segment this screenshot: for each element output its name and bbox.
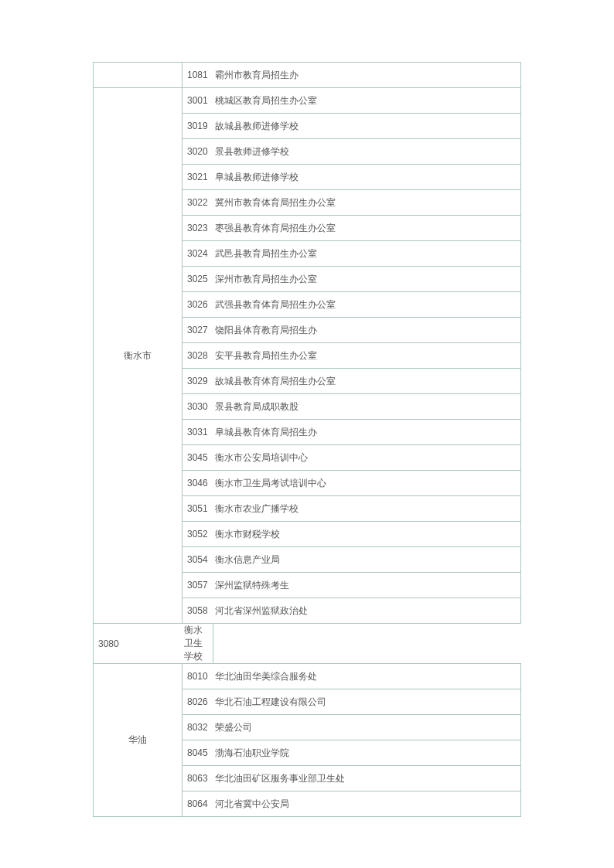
name-cell: 衡水卫生学校 bbox=[182, 624, 213, 664]
name-cell: 华北油田矿区服务事业部卫生处 bbox=[213, 766, 521, 791]
table-row: 3080衡水卫生学校 bbox=[94, 624, 521, 664]
name-cell: 冀州市教育体育局招生办公室 bbox=[213, 190, 521, 216]
code-cell: 3022 bbox=[182, 190, 213, 216]
name-cell: 霸州市教育局招生办 bbox=[213, 63, 521, 88]
code-cell: 3023 bbox=[182, 216, 213, 241]
region-cell: 华油 bbox=[94, 664, 182, 817]
code-cell: 8063 bbox=[182, 766, 213, 791]
region-cell bbox=[94, 63, 182, 88]
code-cell: 3021 bbox=[182, 165, 213, 190]
name-cell: 荣盛公司 bbox=[213, 715, 521, 740]
code-cell: 3031 bbox=[182, 420, 213, 445]
code-cell: 1081 bbox=[182, 63, 213, 88]
name-cell: 故城县教师进修学校 bbox=[213, 114, 521, 139]
code-cell: 3051 bbox=[182, 496, 213, 522]
code-cell: 3001 bbox=[182, 88, 213, 114]
name-cell: 华北石油工程建设有限公司 bbox=[213, 689, 521, 715]
name-cell: 武强县教育体育局招生办公室 bbox=[213, 292, 521, 318]
code-cell: 8010 bbox=[182, 664, 213, 689]
name-cell: 武邑县教育局招生办公室 bbox=[213, 241, 521, 267]
name-cell: 深州监狱特殊考生 bbox=[213, 573, 521, 598]
name-cell: 衡水市卫生局考试培训中心 bbox=[213, 471, 521, 496]
code-cell: 8064 bbox=[182, 791, 213, 817]
table-row: 1081霸州市教育局招生办 bbox=[94, 63, 521, 88]
name-cell: 衡水信息产业局 bbox=[213, 547, 521, 573]
name-cell: 衡水市财税学校 bbox=[213, 522, 521, 547]
name-cell: 饶阳县体育教育局招生办 bbox=[213, 318, 521, 343]
code-cell: 3028 bbox=[182, 343, 213, 369]
code-cell: 3025 bbox=[182, 267, 213, 292]
name-cell: 景县教师进修学校 bbox=[213, 139, 521, 165]
code-cell: 3029 bbox=[182, 369, 213, 394]
name-cell: 渤海石油职业学院 bbox=[213, 740, 521, 766]
code-cell: 3080 bbox=[94, 624, 182, 664]
name-cell: 安平县教育局招生办公室 bbox=[213, 343, 521, 369]
code-cell: 3058 bbox=[182, 598, 213, 624]
code-cell: 3024 bbox=[182, 241, 213, 267]
name-cell: 衡水市公安局培训中心 bbox=[213, 445, 521, 471]
region-cell: 衡水市 bbox=[94, 88, 182, 624]
code-cell: 3019 bbox=[182, 114, 213, 139]
name-cell: 衡水市农业广播学校 bbox=[213, 496, 521, 522]
table-row: 衡水市3001桃城区教育局招生办公室 bbox=[94, 88, 521, 114]
name-cell: 阜城县教师进修学校 bbox=[213, 165, 521, 190]
name-cell: 河北省深州监狱政治处 bbox=[213, 598, 521, 624]
code-cell: 3027 bbox=[182, 318, 213, 343]
code-cell: 3052 bbox=[182, 522, 213, 547]
code-cell: 8026 bbox=[182, 689, 213, 715]
code-cell: 3054 bbox=[182, 547, 213, 573]
code-cell: 3046 bbox=[182, 471, 213, 496]
code-cell: 8045 bbox=[182, 740, 213, 766]
name-cell: 华北油田华美综合服务处 bbox=[213, 664, 521, 689]
table-row: 华油8010华北油田华美综合服务处 bbox=[94, 664, 521, 689]
code-cell: 3045 bbox=[182, 445, 213, 471]
code-cell: 8032 bbox=[182, 715, 213, 740]
name-cell: 河北省冀中公安局 bbox=[213, 791, 521, 817]
name-cell: 阜城县教育体育局招生办 bbox=[213, 420, 521, 445]
data-table: 1081霸州市教育局招生办衡水市3001桃城区教育局招生办公室3019故城县教师… bbox=[93, 62, 521, 817]
code-cell: 3057 bbox=[182, 573, 213, 598]
code-cell: 3030 bbox=[182, 394, 213, 420]
name-cell: 景县教育局成职教股 bbox=[213, 394, 521, 420]
name-cell: 枣强县教育体育局招生办公室 bbox=[213, 216, 521, 241]
name-cell: 桃城区教育局招生办公室 bbox=[213, 88, 521, 114]
code-cell: 3026 bbox=[182, 292, 213, 318]
name-cell: 故城县教育体育局招生办公室 bbox=[213, 369, 521, 394]
name-cell: 深州市教育局招生办公室 bbox=[213, 267, 521, 292]
code-cell: 3020 bbox=[182, 139, 213, 165]
